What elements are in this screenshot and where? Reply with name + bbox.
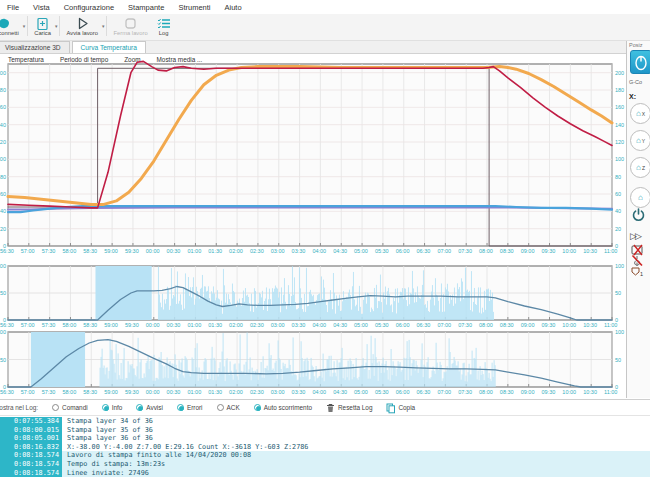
menu-item-vista[interactable]: Vista bbox=[26, 3, 57, 12]
x-tick-label: 59:30 bbox=[125, 248, 139, 254]
kill-job-label: Ferma lavoro bbox=[113, 30, 147, 36]
checkbox-checked-icon[interactable]: ✓ bbox=[13, 102, 20, 109]
log-row: 0:08:18.574Linee inviate: 27496 bbox=[0, 469, 650, 478]
legend-item-temperature-target[interactable]: ✓Temperature target bbox=[13, 89, 94, 100]
legend-label: Output Estrusore bbox=[22, 112, 94, 121]
extruder-number-label: 1 bbox=[640, 271, 643, 277]
app-window: FileVistaConfigurazioneStampanteStrument… bbox=[0, 0, 650, 478]
log-toggle-avvisi[interactable]: Avvisi bbox=[136, 404, 163, 411]
y-tick-label-right: 200 bbox=[615, 70, 624, 76]
x-tick-label: 57:00 bbox=[21, 248, 35, 254]
log-toggle-label: Comandi bbox=[62, 404, 88, 411]
y-tick-label-left: 0 bbox=[0, 384, 6, 390]
log-message: Stampa layer 35 of 36 bbox=[62, 426, 153, 435]
log-toggle-label: Info bbox=[112, 404, 123, 411]
x-tick-label: 57:00 bbox=[21, 322, 35, 328]
log-toggle-comandi[interactable]: Comandi bbox=[52, 404, 88, 411]
menu-item-strumenti[interactable]: Strumenti bbox=[171, 3, 217, 12]
disconnect-label: Disconnetti bbox=[0, 30, 19, 36]
x-tick-label: 00:00 bbox=[146, 322, 160, 328]
x-tick-label: 57:30 bbox=[42, 248, 56, 254]
y-tick-label-right: 60 bbox=[615, 191, 621, 197]
menu-item-aiuto[interactable]: Aiuto bbox=[217, 3, 248, 12]
legend-label: Output Piano bbox=[22, 123, 94, 132]
tab-curva-temperatura[interactable]: Curva Temperatura bbox=[72, 41, 146, 53]
menu-item-stampante[interactable]: Stampante bbox=[121, 3, 171, 12]
x-tick-label: 08:00 bbox=[479, 389, 493, 395]
home-z-button[interactable]: ⌂Z bbox=[630, 157, 650, 178]
speed-multiplier-icon[interactable]: ▷▷ bbox=[630, 231, 640, 241]
menu-item-configurazione[interactable]: Configurazione bbox=[57, 3, 121, 12]
checkbox-checked-icon[interactable]: ✓ bbox=[13, 113, 20, 120]
log-button[interactable]: Log bbox=[152, 14, 176, 40]
log-toggle-auto-scorrimento[interactable]: Auto scorrimento bbox=[254, 404, 312, 411]
log-message: Stampa layer 34 of 36 bbox=[62, 417, 153, 426]
chevron-down-icon[interactable]: ▾ bbox=[23, 23, 26, 29]
y-tick-label-left: 80 bbox=[0, 174, 6, 180]
log-row: 0:08:00.015Stampa layer 35 of 36 bbox=[0, 426, 650, 435]
x-tick-label: 56:30 bbox=[0, 248, 14, 254]
log-toggle-ack[interactable]: ACK bbox=[217, 404, 240, 411]
checkbox-checked-icon[interactable]: ✓ bbox=[13, 124, 20, 131]
extruder-select-button[interactable]: 1 bbox=[631, 267, 643, 277]
x-tick-label: 06:30 bbox=[417, 322, 431, 328]
x-tick-label: 00:30 bbox=[167, 248, 181, 254]
chart-title: Dopo 60 Minuti bbox=[268, 65, 329, 75]
x-tick-label: 00:00 bbox=[146, 248, 160, 254]
chart-menu-zoom[interactable]: Zoom bbox=[116, 56, 148, 63]
home-y-button[interactable]: ⌂Y bbox=[630, 130, 650, 151]
x-tick-label: 59:30 bbox=[125, 322, 139, 328]
start-job-button[interactable]: Avvia lavoro bbox=[62, 14, 101, 40]
log-toggle-errori[interactable]: Errori bbox=[177, 404, 203, 411]
legend-item-output-piano[interactable]: ✓Output Piano bbox=[13, 122, 94, 133]
home-all-button[interactable]: ⌂ bbox=[630, 187, 650, 208]
reset-log-button[interactable]: Resetta Log bbox=[326, 403, 372, 413]
chart-menu-mostra-media[interactable]: Mostra media ... bbox=[149, 56, 211, 63]
log-timestamp: 0:08:18.574 bbox=[0, 460, 62, 469]
log-toggle-info[interactable]: Info bbox=[102, 404, 123, 411]
legend-item-output-estrusore[interactable]: ✓Output Estrusore bbox=[13, 111, 94, 122]
menu-item-file[interactable]: File bbox=[0, 3, 26, 12]
manual-control-button[interactable] bbox=[630, 50, 650, 74]
x-tick-label: 11:00 bbox=[604, 248, 617, 254]
copy-log-button[interactable]: Copia bbox=[386, 403, 415, 413]
tab-visualizzazione-3d[interactable]: Visualizzazione 3D bbox=[0, 41, 70, 53]
disconnect-button[interactable]: Disconnetti bbox=[0, 14, 23, 40]
y-tick-label-left: 160 bbox=[0, 104, 6, 110]
x-tick-label: 02:00 bbox=[229, 389, 243, 395]
x-tick-label: 05:30 bbox=[375, 322, 389, 328]
log-timestamp: 0:08:18.574 bbox=[0, 469, 62, 478]
checkbox-checked-icon[interactable]: ✓ bbox=[13, 69, 20, 76]
y-tick-label-left: 100 bbox=[0, 263, 6, 269]
log-row: 0:08:18.574Tempo di stampa: 13m:23s bbox=[0, 460, 650, 469]
y-tick-label-right: 180 bbox=[615, 87, 624, 93]
tab-bar: Visualizzazione 3D Curva Temperatura bbox=[0, 41, 650, 54]
chevron-down-icon[interactable]: ▾ bbox=[55, 23, 58, 29]
y-tick-label-left: 180 bbox=[0, 87, 6, 93]
chevron-down-icon[interactable]: ▾ bbox=[102, 23, 105, 29]
legend-item-mostra-estrusore[interactable]: ✓Mostra Estrusore bbox=[13, 67, 94, 78]
manual-control-panel: Posiz G-Co X: ⌂X ⌂Y ⌂Z ⌂ ▷▷ bbox=[626, 41, 650, 398]
log-output[interactable]: 0:07:55.384Stampa layer 34 of 360:08:00.… bbox=[0, 417, 650, 478]
y-tick-label-right: 50 bbox=[615, 290, 621, 296]
load-button[interactable]: Carica bbox=[30, 14, 55, 40]
legend-item-mostra-piano[interactable]: ✓Mostra Piano bbox=[13, 78, 94, 89]
chart-menu-periodo-di-tempo[interactable]: Periodo di tempo bbox=[52, 56, 116, 63]
mouse-icon bbox=[635, 54, 647, 70]
temperature-chart bbox=[8, 64, 612, 246]
x-tick-label: 02:30 bbox=[250, 248, 264, 254]
legend-item-temperature-media[interactable]: ✓Temperature media bbox=[13, 100, 94, 111]
x-tick-label: 01:30 bbox=[208, 389, 222, 395]
copy-icon bbox=[386, 403, 395, 413]
x-tick-label: 10:30 bbox=[583, 389, 597, 395]
checkbox-checked-icon[interactable]: ✓ bbox=[13, 80, 20, 87]
y-tick-label-left: 120 bbox=[0, 139, 6, 145]
x-tick-label: 08:30 bbox=[500, 248, 514, 254]
chart-menu-temperatura[interactable]: Temperatura bbox=[0, 56, 52, 63]
checkbox-checked-icon[interactable]: ✓ bbox=[13, 91, 20, 98]
x-tick-label: 03:30 bbox=[292, 248, 306, 254]
x-tick-label: 08:30 bbox=[500, 322, 514, 328]
x-tick-label: 05:00 bbox=[354, 248, 368, 254]
home-x-button[interactable]: ⌂X bbox=[630, 103, 650, 124]
log-message: Linee inviate: 27496 bbox=[62, 469, 650, 478]
